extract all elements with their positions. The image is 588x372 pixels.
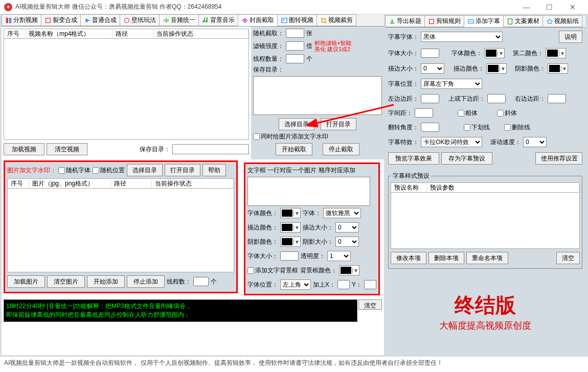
del-preset-button[interactable]: 删除本项: [428, 252, 464, 264]
watermark-checkbox-label[interactable]: 同时给图片添加文字水印: [253, 132, 328, 141]
rename-preset-button[interactable]: 重命名本项: [466, 252, 508, 264]
tab-sticker[interactable]: 视频贴纸: [542, 15, 582, 27]
thread-input[interactable]: [286, 54, 304, 63]
svg-rect-1: [9, 17, 11, 23]
capture-panel: 随机截取：张 滤镜强度：倍 鲜艳滤镜+智能 美化 建议1或2 线程数量：个 保存…: [251, 27, 384, 159]
sub-font-select[interactable]: 黑体: [421, 32, 503, 42]
preset-fieldset: 字幕样式预设 预设名称 预设参数 修改本项 删除本项 重命名本项 清空: [388, 172, 582, 269]
minimize-button[interactable]: —: [515, 0, 538, 14]
textbox-title: 文字框 一行对应一个图片 顺序对应添加: [247, 166, 376, 175]
filter-input[interactable]: [286, 41, 304, 51]
fontsize-input[interactable]: [280, 251, 299, 261]
save-preset-button[interactable]: 存为字幕预设: [441, 152, 492, 165]
sub-shadowcolor-picker[interactable]: ▼: [548, 63, 568, 74]
rand-font-checkbox[interactable]: [58, 167, 65, 174]
use-rec-button[interactable]: 使用推荐设置: [535, 152, 582, 165]
textbox-input[interactable]: [247, 177, 370, 206]
edit-preset-button[interactable]: 修改本项: [391, 252, 426, 264]
window-title: AI视频批量剪辑大师 微信公众号：唐易视频批量剪辑 作者QQ：264246895…: [15, 3, 515, 11]
bold-checkbox[interactable]: [458, 110, 464, 117]
tab-rules[interactable]: 剪辑规则: [424, 15, 464, 27]
maximize-button[interactable]: ☐: [538, 0, 561, 14]
rightm-input[interactable]: [548, 94, 566, 103]
video-list[interactable]: [4, 39, 249, 140]
log-clear-button[interactable]: 清空: [358, 299, 382, 310]
stop-add-button[interactable]: 停止添加: [127, 275, 165, 288]
stroke-size-select[interactable]: 0: [335, 222, 359, 232]
sub-size-input[interactable]: [421, 49, 439, 58]
stop-capture-button[interactable]: 停止截取: [323, 143, 359, 155]
topm-input[interactable]: [487, 94, 506, 103]
watermark-checkbox[interactable]: [253, 133, 260, 140]
italic-checkbox[interactable]: [497, 110, 504, 117]
right-tabbar: 导出标题 剪辑规则 添加字幕 文案素材 视频贴纸: [385, 15, 585, 28]
effect-select[interactable]: 卡拉OK歌词特效: [421, 137, 482, 147]
open-dir-button[interactable]: 打开目录: [321, 118, 356, 130]
tab-subtitle[interactable]: 添加字幕: [464, 15, 504, 27]
spacing-input[interactable]: [415, 108, 433, 118]
image-icon: [281, 17, 288, 24]
sub-pos-select[interactable]: 屏幕左下角: [421, 79, 482, 89]
start-capture-button[interactable]: 开始截取: [276, 143, 312, 155]
wm-seldir-button[interactable]: 选择目录: [127, 164, 163, 176]
clear-video-button[interactable]: 清空视频: [47, 143, 87, 155]
watermark-panel: 图片加文字水印： 随机字体 随机位置 选择目录 打开目录 帮助 序号 图片（jp…: [4, 160, 238, 293]
strokecolor-picker[interactable]: ▼: [280, 222, 301, 232]
rand-pos-checkbox[interactable]: [93, 167, 99, 174]
preset-list[interactable]: [391, 193, 580, 249]
underline-checkbox[interactable]: [464, 124, 470, 131]
tab-fission[interactable]: 裂变合成: [41, 14, 81, 26]
speed-select[interactable]: 0: [523, 137, 547, 147]
doc-icon: [507, 18, 514, 25]
tab-cover[interactable]: 封面截取: [238, 14, 278, 26]
addx-input[interactable]: [337, 280, 350, 289]
tab-bgm[interactable]: 背景音乐: [198, 14, 238, 26]
tab-wallpaper[interactable]: 壁纸玩法: [120, 14, 160, 26]
desc-button[interactable]: 说明: [559, 31, 582, 43]
close-button[interactable]: ✕: [561, 0, 584, 14]
tab-crop[interactable]: 视频裁剪: [316, 14, 356, 26]
image-list-header: 序号 图片（jpg、png格式） 路径 当前操作状态: [7, 178, 234, 189]
wm-help-button[interactable]: 帮助: [202, 164, 226, 176]
preview-sub-button[interactable]: 预览字幕效果: [388, 152, 439, 165]
log-area[interactable]: 18时22分40秒 [音量统一]功能解释：把MP3格式文件音量削峰填谷， 即保留…: [4, 299, 357, 322]
load-image-button[interactable]: 加载图片: [7, 275, 45, 288]
tab-copywriting[interactable]: 文案素材: [503, 15, 543, 27]
svg-marker-3: [86, 18, 90, 22]
savedir-display[interactable]: [253, 76, 382, 115]
tab-split[interactable]: 分割视频: [2, 14, 41, 26]
svg-point-8: [244, 19, 246, 21]
strike-checkbox[interactable]: [504, 124, 511, 131]
sub-color-picker[interactable]: ▼: [484, 48, 505, 58]
tab-audio[interactable]: 音频统一: [159, 14, 199, 26]
image-list[interactable]: [7, 189, 234, 272]
sub-stroke-size[interactable]: 0: [421, 63, 444, 74]
angle-input[interactable]: [421, 123, 439, 132]
font-select[interactable]: 微软雅黑: [323, 208, 361, 218]
tab-export-title[interactable]: 导出标题: [385, 15, 425, 27]
clear-preset-button[interactable]: 清空: [556, 252, 580, 264]
tab-img2vid[interactable]: 图转视频: [277, 14, 317, 26]
shadow-size-select[interactable]: 0: [335, 237, 359, 247]
addbg-checkbox[interactable]: [247, 267, 254, 274]
rand-count-input[interactable]: [286, 29, 304, 38]
start-add-button[interactable]: 开始添加: [87, 275, 125, 288]
select-dir-button[interactable]: 选择目录: [279, 118, 314, 130]
tab-normal[interactable]: 普通合成: [80, 14, 120, 26]
svg-rect-12: [429, 19, 434, 24]
wm-title: 图片加文字水印：: [7, 166, 56, 175]
fontcolor-picker[interactable]: ▼: [280, 208, 301, 218]
clear-image-button[interactable]: 清空图片: [47, 275, 85, 288]
textpos-select[interactable]: 左上角: [280, 280, 311, 290]
shadowcolor-picker[interactable]: ▼: [280, 237, 301, 247]
wm-thread-input[interactable]: [193, 277, 209, 286]
bgcolor-picker[interactable]: ▼: [339, 265, 359, 275]
y-input[interactable]: [364, 280, 376, 289]
wm-opendir-button[interactable]: 打开目录: [165, 164, 200, 176]
opacity-select[interactable]: 1: [327, 251, 351, 261]
load-video-button[interactable]: 加载视频: [4, 143, 44, 155]
sub-color2-picker[interactable]: ▼: [546, 48, 566, 58]
leftm-input[interactable]: [421, 94, 439, 103]
savedir-input[interactable]: [172, 144, 249, 154]
sub-strokecolor-picker[interactable]: ▼: [486, 63, 507, 74]
